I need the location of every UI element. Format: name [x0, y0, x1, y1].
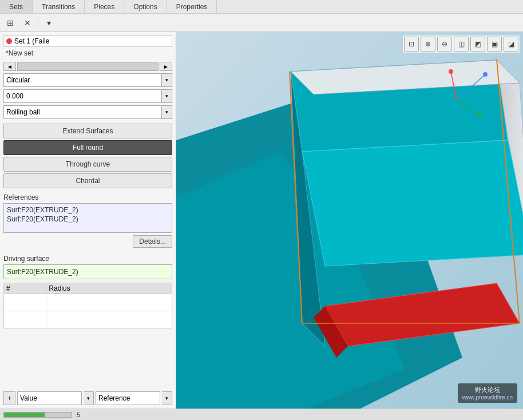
tab-properties[interactable]: Properties — [167, 0, 217, 13]
scroll-left-btn[interactable]: ◄ — [3, 62, 16, 71]
new-set-label: *New set — [3, 48, 172, 58]
scroll-right-btn[interactable]: ► — [160, 62, 172, 71]
method-row: Rolling ball ▾ — [3, 105, 172, 119]
tab-bar: Sets Transitions Pieces Options Properti… — [0, 0, 523, 14]
radius-col-radius: Radius — [46, 283, 172, 294]
references-box: Surf:F20(EXTRUDE_2) Surf:F20(EXTRUDE_2) — [3, 203, 172, 233]
zoom-in-btn[interactable]: ⊕ — [421, 37, 435, 51]
watermark-line2: www.proewildfire.cn — [462, 394, 513, 401]
dropdown-toolbar-btn[interactable]: ▾ — [41, 15, 57, 30]
ref-item-2: Surf:F20(EXTRUDE_2) — [7, 215, 169, 224]
watermark: 野火论坛 www.proewildfire.cn — [458, 383, 517, 403]
radius-cell-4 — [46, 311, 172, 328]
radius-table: # Radius — [3, 283, 172, 328]
status-bar: 5 — [0, 409, 523, 420]
value-type-arrow[interactable]: ▾ — [84, 391, 94, 405]
viewport-svg — [176, 32, 523, 409]
value-dropdown-arrow[interactable]: ▾ — [162, 89, 172, 103]
type-dropdown-arrow[interactable]: ▾ — [162, 73, 172, 87]
reference-arrow[interactable]: ▾ — [162, 391, 172, 405]
set-list-area: Set 1 (Faile *New set — [3, 35, 172, 58]
scroll-track[interactable] — [17, 62, 159, 71]
svg-point-17 — [477, 112, 482, 117]
perspective-btn[interactable]: ◩ — [470, 37, 485, 51]
status-progress — [3, 412, 72, 418]
svg-marker-7 — [302, 140, 523, 266]
radius-empty-row — [4, 294, 172, 311]
toolbar: ⊞ ✕ ▾ — [0, 14, 523, 32]
value-row: ▾ — [3, 89, 172, 103]
method-select[interactable]: Rolling ball — [3, 105, 162, 119]
zoom-out-btn[interactable]: ⊖ — [437, 37, 452, 51]
tab-pieces[interactable]: Pieces — [85, 0, 124, 13]
chordal-btn[interactable]: Chordal — [3, 173, 172, 188]
method-dropdown-arrow[interactable]: ▾ — [162, 105, 172, 119]
add-btn[interactable]: + — [3, 391, 15, 405]
radius-col-hash: # — [4, 283, 46, 294]
set-item-label: Set 1 (Faile — [14, 37, 49, 45]
display-btn[interactable]: ◪ — [504, 37, 518, 51]
viewport[interactable]: ⊡ ⊕ ⊖ ◫ ◩ ▣ ◪ 野火论坛 www.proewildfire.cn — [176, 32, 523, 409]
type-row: Circular ▾ — [3, 73, 172, 87]
reference-select[interactable]: Reference — [96, 391, 160, 405]
viewport-toolbar: ⊡ ⊕ ⊖ ◫ ◩ ▣ ◪ — [403, 35, 520, 53]
toolbar-sep — [38, 17, 38, 29]
value-input[interactable] — [3, 89, 162, 103]
shading-btn[interactable]: ▣ — [487, 37, 502, 51]
main-layout: Set 1 (Faile *New set ◄ ► Circular ▾ ▾ R… — [0, 32, 523, 409]
set-dot — [6, 38, 12, 44]
left-panel: Set 1 (Faile *New set ◄ ► Circular ▾ ▾ R… — [0, 32, 176, 409]
grid-toolbar-btn[interactable]: ⊞ — [2, 15, 18, 30]
ref-item-1: Surf:F20(EXTRUDE_2) — [7, 205, 169, 215]
extend-surfaces-btn[interactable]: Extend Surfaces — [3, 124, 172, 138]
zoom-fit-btn[interactable]: ⊡ — [404, 37, 419, 51]
bottom-controls: + Value ▾ Reference ▾ — [3, 391, 172, 405]
svg-point-18 — [449, 69, 453, 74]
through-curve-btn[interactable]: Through curve — [3, 157, 172, 172]
radius-empty-row-2 — [4, 311, 172, 328]
set-item-1[interactable]: Set 1 (Faile — [3, 35, 172, 47]
radius-cell-2 — [46, 294, 172, 311]
tab-options[interactable]: Options — [124, 0, 167, 13]
full-round-btn[interactable]: Full round — [3, 140, 172, 155]
type-select[interactable]: Circular — [3, 73, 162, 87]
status-progress-fill — [4, 413, 45, 417]
radius-cell-1 — [4, 294, 46, 311]
driving-surface-label: Driving surface — [3, 255, 172, 263]
tab-sets[interactable]: Sets — [0, 0, 33, 13]
value-type-select[interactable]: Value — [17, 391, 82, 405]
scroll-arrows: ◄ ► — [3, 62, 172, 71]
tab-transitions[interactable]: Transitions — [33, 0, 85, 13]
radius-cell-3 — [4, 311, 46, 328]
svg-point-16 — [483, 72, 488, 77]
driving-surface-input[interactable] — [3, 264, 172, 279]
status-number: 5 — [77, 411, 80, 418]
orient-btn[interactable]: ◫ — [454, 37, 469, 51]
details-btn[interactable]: Details... — [133, 235, 172, 248]
watermark-line1: 野火论坛 — [462, 386, 513, 394]
references-label: References — [3, 193, 172, 201]
cross-toolbar-btn[interactable]: ✕ — [19, 15, 35, 30]
